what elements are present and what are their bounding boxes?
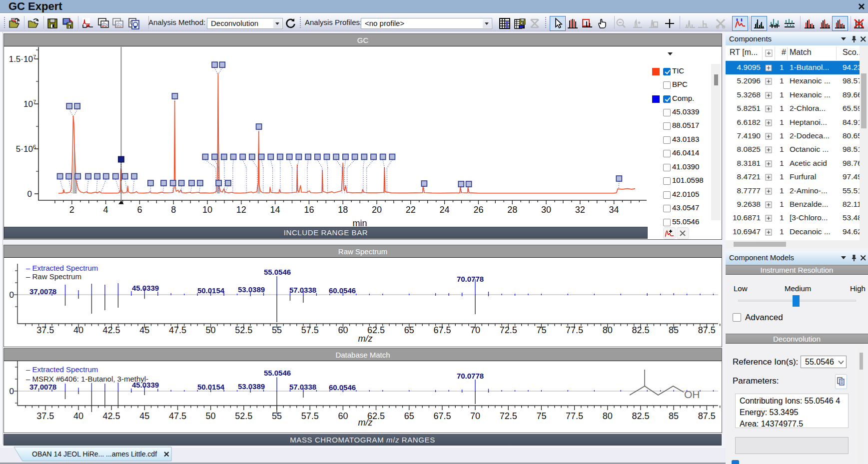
svg-text:70.0778: 70.0778: [457, 372, 484, 380]
svg-text:37.0078: 37.0078: [29, 383, 56, 391]
svg-text:5·106: 5·106: [16, 144, 36, 154]
svg-text:8: 8: [171, 205, 176, 215]
svg-text:37.5: 37.5: [36, 411, 54, 421]
svg-text:40: 40: [73, 325, 83, 335]
svg-text:67.5: 67.5: [433, 325, 451, 335]
svg-text:37.0078: 37.0078: [29, 287, 56, 296]
svg-text:85: 85: [669, 325, 679, 335]
svg-text:53.0389: 53.0389: [238, 382, 265, 391]
svg-text:m/z: m/z: [358, 418, 373, 428]
svg-text:52.5: 52.5: [235, 325, 252, 335]
svg-text:77.5: 77.5: [566, 325, 583, 335]
svg-text:80: 80: [603, 411, 613, 421]
svg-text:75: 75: [536, 325, 546, 335]
svg-text:40: 40: [73, 411, 83, 421]
svg-text:47.5: 47.5: [169, 411, 186, 421]
svg-text:18: 18: [338, 205, 348, 215]
svg-text:75: 75: [536, 411, 546, 421]
svg-text:34: 34: [609, 205, 619, 215]
svg-text:– Raw Spectrum: – Raw Spectrum: [26, 272, 81, 281]
svg-text:– Extracted Spectrum: – Extracted Spectrum: [26, 264, 98, 272]
svg-text:65: 65: [404, 411, 414, 421]
svg-text:77.5: 77.5: [566, 411, 583, 421]
svg-text:80: 80: [603, 325, 613, 335]
svg-text:2: 2: [69, 205, 74, 215]
svg-text:4: 4: [103, 205, 108, 215]
svg-text:50.0154: 50.0154: [197, 383, 225, 391]
svg-text:26: 26: [473, 205, 483, 215]
svg-text:50.0154: 50.0154: [197, 286, 225, 295]
svg-text:45: 45: [139, 325, 149, 335]
svg-text:82.5: 82.5: [632, 325, 649, 335]
svg-text:65: 65: [404, 325, 414, 335]
svg-text:– Extracted Spectrum: – Extracted Spectrum: [26, 365, 98, 374]
svg-text:1.5·107: 1.5·107: [9, 54, 36, 64]
svg-text:28: 28: [507, 205, 517, 215]
svg-text:47.5: 47.5: [169, 325, 186, 335]
svg-text:22: 22: [406, 205, 416, 215]
svg-text:10: 10: [202, 205, 212, 215]
svg-text:m/z: m/z: [358, 334, 373, 344]
svg-text:12: 12: [236, 205, 246, 215]
svg-text:57.5: 57.5: [301, 411, 319, 421]
svg-text:6: 6: [137, 205, 142, 215]
svg-text:52.5: 52.5: [235, 411, 252, 421]
svg-text:67.5: 67.5: [433, 411, 451, 421]
svg-text:45.0339: 45.0339: [132, 284, 159, 292]
svg-text:45: 45: [139, 411, 149, 421]
svg-text:60.0546: 60.0546: [329, 383, 356, 392]
svg-text:107: 107: [23, 99, 36, 109]
svg-text:70: 70: [470, 411, 480, 421]
svg-text:42.5: 42.5: [103, 325, 120, 335]
svg-text:50: 50: [206, 325, 216, 335]
svg-text:0: 0: [9, 387, 14, 396]
svg-text:0: 0: [27, 189, 32, 199]
svg-text:32: 32: [575, 205, 585, 215]
svg-text:87.5: 87.5: [698, 411, 716, 421]
svg-text:60: 60: [338, 325, 348, 335]
svg-text:57.0338: 57.0338: [289, 286, 316, 294]
svg-text:85: 85: [669, 411, 679, 421]
svg-text:60: 60: [338, 411, 348, 421]
svg-text:55: 55: [272, 325, 282, 335]
svg-text:53.0389: 53.0389: [238, 285, 265, 294]
svg-text:72.5: 72.5: [500, 325, 517, 335]
svg-text:50: 50: [206, 411, 216, 421]
svg-text:– MSRX #6406: 1-Butanol, 3-met: – MSRX #6406: 1-Butanol, 3-methyl-: [26, 375, 148, 383]
svg-text:20: 20: [372, 205, 382, 215]
svg-text:82.5: 82.5: [632, 411, 649, 421]
svg-text:57.5: 57.5: [301, 325, 319, 335]
svg-text:72.5: 72.5: [500, 411, 517, 421]
svg-text:70: 70: [470, 325, 480, 335]
svg-text:24: 24: [440, 205, 450, 215]
svg-text:60.0546: 60.0546: [329, 286, 356, 295]
svg-text:55.0546: 55.0546: [264, 369, 291, 377]
svg-text:42.5: 42.5: [103, 411, 120, 421]
svg-text:16: 16: [304, 205, 314, 215]
svg-text:55.0546: 55.0546: [264, 268, 291, 276]
svg-text:OH: OH: [684, 389, 700, 400]
svg-text:57.0338: 57.0338: [289, 383, 316, 391]
svg-text:87.5: 87.5: [698, 325, 716, 335]
svg-text:37.5: 37.5: [36, 325, 54, 335]
svg-text:14: 14: [270, 205, 280, 215]
svg-text:0: 0: [9, 290, 14, 300]
svg-text:70.0778: 70.0778: [457, 275, 484, 283]
svg-text:30: 30: [541, 205, 551, 215]
